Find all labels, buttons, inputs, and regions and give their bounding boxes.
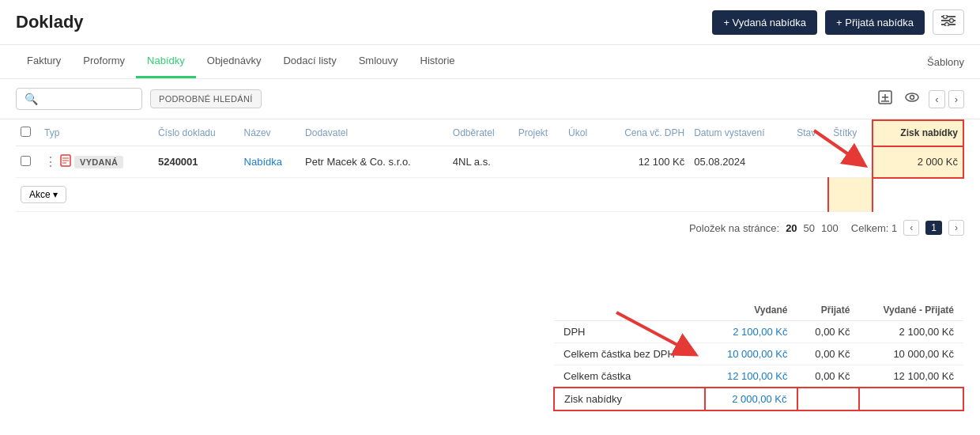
svg-point-4	[950, 19, 954, 23]
col-datum: Datum vystavení	[689, 120, 792, 146]
col-cislo: Číslo dokladu	[153, 120, 239, 146]
actions-dropdown-button[interactable]: Akce ▾	[21, 186, 66, 203]
summary-row-bez-dph: Celkem částka bez DPH 10 000,00 Kč 0,00 …	[554, 343, 963, 365]
filter-settings-button[interactable]	[933, 9, 964, 35]
prev-page-button[interactable]: ‹	[929, 90, 944, 108]
row-name: Nabídka	[239, 146, 300, 178]
summary-zisk-vydane: 2 000,00 Kč	[705, 388, 797, 410]
summary-row-dph: DPH 2 100,00 Kč 0,00 Kč 2 100,00 Kč	[554, 321, 963, 343]
summary-label-bez-dph: Celkem částka bez DPH	[554, 343, 705, 365]
search-input[interactable]	[43, 93, 122, 105]
summary-bez-dph-vydane: 10 000,00 Kč	[705, 343, 797, 365]
summary-row-celkem: Celkem částka 12 100,00 Kč 0,00 Kč 12 10…	[554, 365, 963, 388]
col-stitky: Štítky	[828, 120, 872, 146]
next-page-button[interactable]: ›	[948, 90, 964, 108]
filter-settings-icon	[941, 15, 956, 26]
col-odberatel: Odběratel	[448, 120, 514, 146]
summary-label-celkem: Celkem částka	[554, 365, 705, 388]
tab-dodaci-listy[interactable]: Dodací listy	[272, 45, 347, 78]
col-stav: Stav	[792, 120, 828, 146]
tab-faktury[interactable]: Faktury	[16, 45, 72, 78]
page-title: Doklady	[16, 12, 84, 32]
document-name-link[interactable]: Nabídka	[244, 156, 282, 168]
advanced-search-button[interactable]: PODROBNÉ HLEDÁNÍ	[150, 89, 262, 108]
col-zisk-nabidky: Zisk nabídky	[873, 120, 964, 146]
col-dodavatel: Dodavatel	[300, 120, 448, 146]
svg-point-3	[944, 15, 948, 19]
summary-bez-dph-rozdil: 10 000,00 Kč	[859, 343, 963, 365]
summary-col-label	[554, 300, 705, 321]
btn-prijata-nabidka[interactable]: + Přijatá nabídka	[825, 10, 925, 35]
summary-table: Vydané Přijaté Vydané - Přijaté DPH 2 10…	[553, 300, 964, 411]
summary-section: Vydané Přijaté Vydané - Přijaté DPH 2 10…	[553, 300, 964, 411]
summary-celkem-prijate: 0,00 Kč	[797, 365, 860, 388]
col-cena: Cena vč. DPH	[600, 120, 689, 146]
page-total: Celkem: 1	[851, 222, 898, 234]
eye-icon	[905, 90, 919, 104]
tab-historie[interactable]: Historie	[409, 45, 466, 78]
summary-zisk-prijate	[797, 388, 860, 410]
row-customer: 4NL a.s.	[448, 146, 514, 178]
summary-celkem-vydane: 12 100,00 Kč	[705, 365, 797, 388]
toolbar-right: ‹ ›	[875, 87, 964, 111]
table-footer-row: Akce ▾	[16, 178, 963, 212]
col-projekt: Projekt	[514, 120, 564, 146]
toolbar: 🔍 PODROBNÉ HLEDÁNÍ ‹	[0, 79, 980, 119]
summary-dph-prijate: 0,00 Kč	[797, 321, 860, 343]
summary-celkem-rozdil: 12 100,00 Kč	[859, 365, 963, 388]
table-row: ⋮ VYDANÁ 524	[16, 146, 963, 178]
summary-bez-dph-prijate: 0,00 Kč	[797, 343, 860, 365]
summary-label-dph: DPH	[554, 321, 705, 343]
pagination-prev-button[interactable]: ‹	[903, 220, 919, 236]
nav-tabs: Faktury Proformy Nabídky Objednávky Doda…	[0, 45, 980, 79]
tab-objednavky[interactable]: Objednávky	[196, 45, 273, 78]
nav-tabs-left: Faktury Proformy Nabídky Objednávky Doda…	[16, 45, 466, 78]
page-size-20[interactable]: 20	[786, 222, 797, 234]
summary-zisk-rozdil	[859, 388, 963, 410]
summary-row-zisk: Zisk nabídky 2 000,00 Kč	[554, 388, 963, 410]
summary-dph-rozdil: 2 100,00 Kč	[859, 321, 963, 343]
row-status	[792, 146, 828, 178]
documents-table: Typ Číslo dokladu Název Dodavatel Odběra…	[16, 119, 964, 212]
btn-vydana-nabidka[interactable]: + Vydaná nabídka	[712, 10, 817, 35]
pagination-label: Položek na stránce:	[689, 222, 779, 234]
summary-dph-vydane: 2 100,00 Kč	[705, 321, 797, 343]
tab-proformy[interactable]: Proformy	[72, 45, 136, 78]
tab-nabidky[interactable]: Nabídky	[136, 45, 196, 78]
pdf-icon	[60, 154, 71, 169]
row-actions-menu[interactable]: ⋮	[44, 154, 57, 169]
header-actions: + Vydaná nabídka + Přijatá nabídka	[712, 9, 964, 35]
page-size-50[interactable]: 50	[804, 222, 815, 234]
row-supplier: Petr Macek & Co. s.r.o.	[300, 146, 448, 178]
row-checkbox[interactable]	[21, 156, 31, 166]
summary-col-vydane: Vydané	[705, 300, 797, 321]
row-date: 05.08.2024	[689, 146, 792, 178]
summary-label-zisk: Zisk nabídky	[554, 388, 705, 410]
page-size-100[interactable]: 100	[821, 222, 839, 234]
summary-col-rozdil: Vydané - Přijaté	[859, 300, 963, 321]
search-icon: 🔍	[24, 93, 38, 105]
pagination-next-button[interactable]: ›	[948, 220, 964, 236]
view-toggle-button[interactable]	[902, 87, 922, 111]
row-number: 5240001	[153, 146, 239, 178]
table-container: Typ Číslo dokladu Název Dodavatel Odběra…	[0, 119, 980, 212]
row-profit: 2 000 Kč	[873, 146, 964, 178]
row-type: ⋮ VYDANÁ	[40, 146, 153, 178]
header: Doklady + Vydaná nabídka + Přijatá nabíd…	[0, 0, 980, 45]
row-task	[564, 146, 600, 178]
export-button[interactable]	[875, 87, 895, 111]
summary-col-prijate: Přijaté	[797, 300, 860, 321]
export-icon	[878, 90, 892, 104]
tab-sablony[interactable]: Šablony	[927, 47, 964, 78]
pagination: Položek na stránce: 20 50 100 Celkem: 1 …	[0, 212, 980, 244]
row-project	[514, 146, 564, 178]
search-box: 🔍	[16, 88, 142, 110]
row-tags	[828, 146, 872, 178]
svg-point-10	[906, 93, 918, 101]
svg-point-11	[910, 96, 914, 100]
tab-smlouvy[interactable]: Smlouvy	[348, 45, 409, 78]
svg-point-5	[945, 23, 949, 27]
select-all-checkbox[interactable]	[21, 127, 31, 137]
row-price: 12 100 Kč	[600, 146, 689, 178]
toolbar-left: 🔍 PODROBNÉ HLEDÁNÍ	[16, 88, 262, 110]
